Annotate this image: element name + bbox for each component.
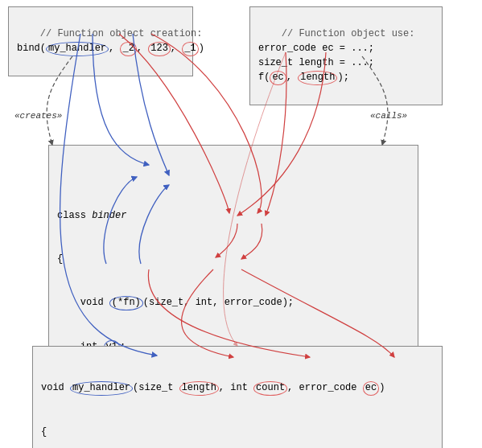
label-creates: «creates» <box>14 111 62 121</box>
use-line2: size_t length = ...; <box>258 57 374 68</box>
binder-class-line: class binder <box>57 208 410 223</box>
handler-sig: void my_handler(size_t length, int count… <box>41 380 434 396</box>
handler-open: { <box>41 425 434 439</box>
binder-open: { <box>57 252 410 266</box>
circled-length-handler: length <box>179 381 219 396</box>
circled-123: 123 <box>148 42 171 56</box>
box-use: // Function object use: error_code ec = … <box>249 6 443 105</box>
circled-ec-use: ec <box>270 71 286 85</box>
circled-length-use: length <box>298 71 337 85</box>
use-line3: f(ec, length); <box>258 72 349 83</box>
circled-ec-handler: ec <box>363 381 379 396</box>
diagram-container: // Function object creation: bind(my_han… <box>0 0 482 448</box>
creation-comment: // Function object creation: <box>40 28 203 39</box>
circled-my-handler: my_handler <box>46 42 109 56</box>
use-comment: // Function object use: <box>282 28 415 39</box>
binder-member1: void (*fn)(size_t, int, error_code); <box>57 295 410 310</box>
label-calls: «calls» <box>370 111 407 121</box>
circled-count-handler: count <box>253 381 287 396</box>
creation-code: bind(my_handler, _2, 123, _1) <box>17 43 204 54</box>
use-line1: error_code ec = ...; <box>258 43 374 54</box>
circled-2a: _2 <box>120 42 136 56</box>
box-creation: // Function object creation: bind(my_han… <box>8 6 193 76</box>
box-handler: void my_handler(size_t length, int count… <box>32 346 443 448</box>
circled-handler-name: my_handler <box>70 381 133 396</box>
circled-fn: (*fn) <box>109 296 143 310</box>
circled-1a: _1 <box>182 42 198 56</box>
